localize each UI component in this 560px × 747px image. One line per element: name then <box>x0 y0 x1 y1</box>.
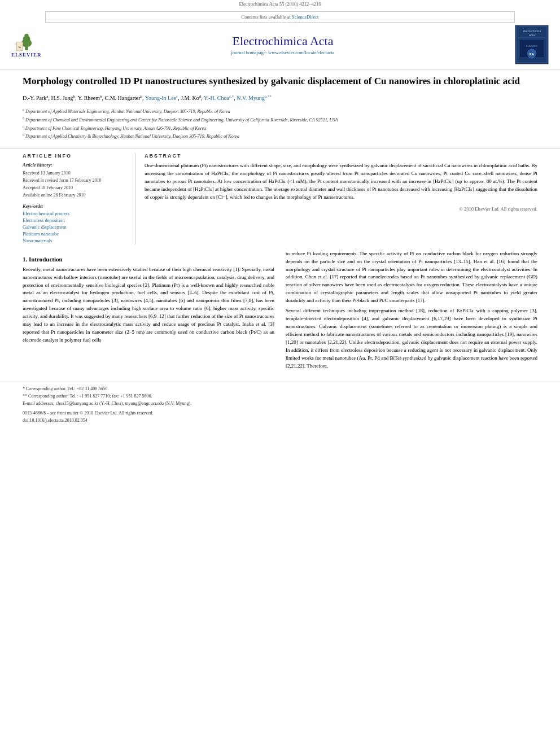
history-label: Article history: <box>23 162 126 168</box>
author-ko: J.M. Kod <box>181 95 201 101</box>
article-section: Morphology controlled 1D Pt nanostructur… <box>0 69 560 148</box>
page-wrapper: Electrochimica Acta 55 (2010) 4212–4216 … <box>0 0 560 427</box>
journal-title-row: Ne ELSEVIER Electrochimica Acta journal … <box>11 25 549 64</box>
doi-section: 0013-4686/$ – see front matter © 2010 El… <box>0 408 560 427</box>
keyword-2: Electroless deposition <box>23 217 126 223</box>
journal-cover-image: Electrochimica Acta ELSEVIER EA <box>515 25 548 64</box>
article-authors: D.-Y. Parka, H.S. Jungb, Y. Rheemb, C.M.… <box>23 94 537 103</box>
svg-text:ELSEVIER: ELSEVIER <box>526 45 537 47</box>
author-lee: Young-In Leec <box>145 95 178 101</box>
accepted-date: Accepted 18 February 2010 <box>23 185 126 191</box>
intro-heading: 1. Introduction <box>23 256 274 263</box>
author-hangarter: C.M. Hangarterb <box>105 95 143 101</box>
article-info-col: ARTICLE INFO Article history: Received 1… <box>23 153 135 244</box>
svg-text:Electrochimica: Electrochimica <box>523 29 541 33</box>
abstract-label: ABSTRACT <box>145 153 537 159</box>
keyword-4: Platinum nanotube <box>23 231 126 237</box>
keyword-5: Nano-materials <box>23 238 126 243</box>
affiliation-d: d Department of Applied Chemistry & Biot… <box>23 132 537 140</box>
svg-text:Ne: Ne <box>18 46 21 49</box>
elsevier-tree-icon: Ne <box>12 32 41 51</box>
intro-para-3: Several different techniques including i… <box>286 307 537 370</box>
author-park: D.-Y. Parka <box>23 95 48 101</box>
footnote-2: ** Corresponding author. Tel.: +1 951 82… <box>23 393 537 399</box>
affiliation-c: c Department of Fine Chemical Engineerin… <box>23 124 537 132</box>
issn-line: 0013-4686/$ – see front matter © 2010 El… <box>23 410 537 416</box>
body-col-right: to reduce Pt loading requirements. The s… <box>286 250 537 373</box>
footnote-emails: E-mail addresses: choa15@hanyang.ac.kr (… <box>23 400 537 407</box>
received-date: Received 13 January 2010 <box>23 170 126 176</box>
copyright-line: © 2010 Elsevier Ltd. All rights reserved… <box>145 206 537 212</box>
sciencedirect-banner: Contents lists available at ScienceDirec… <box>45 11 515 23</box>
footnote-1: * Corresponding author. Tel.: +82 31 400… <box>23 386 537 392</box>
affiliations: a Department of Applied Materials Engine… <box>23 107 537 140</box>
journal-header: Contents lists available at ScienceDirec… <box>0 8 560 69</box>
svg-text:Acta: Acta <box>529 33 535 37</box>
abstract-text: One-dimensional platinum (Pt) nanostruct… <box>145 162 537 202</box>
affiliation-b: b Department of Chemical and Environment… <box>23 116 537 124</box>
elsevier-logo: Ne ELSEVIER <box>11 30 51 59</box>
two-col-section: ARTICLE INFO Article history: Received 1… <box>0 148 560 244</box>
author-jung: H.S. Jungb <box>51 95 75 101</box>
sciencedirect-link[interactable]: ScienceDirect <box>292 14 319 20</box>
journal-name-title: Electrochimica Acta <box>56 34 509 49</box>
author-rheem: Y. Rheemb <box>78 95 102 101</box>
affiliation-a: a Department of Applied Materials Engine… <box>23 107 537 115</box>
main-body: 1. Introduction Recently, metal nanostru… <box>0 244 560 378</box>
body-col-left: 1. Introduction Recently, metal nanostru… <box>23 250 274 373</box>
volume-info: Electrochimica Acta 55 (2010) 4212–4216 <box>0 0 560 8</box>
journal-name-center: Electrochimica Acta journal homepage: ww… <box>56 34 509 55</box>
available-online-date: Available online 26 February 2010 <box>23 192 126 198</box>
article-info-label: ARTICLE INFO <box>23 153 126 159</box>
journal-homepage: journal homepage: www.elsevier.com/locat… <box>56 50 509 55</box>
author-myung: N.V. Myungb,** <box>237 95 272 101</box>
journal-homepage-url[interactable]: www.elsevier.com/locate/electacta <box>268 50 334 55</box>
main-body-cols: 1. Introduction Recently, metal nanostru… <box>23 250 537 373</box>
keywords-label: Keywords: <box>23 203 126 209</box>
elsevier-text: ELSEVIER <box>11 52 42 58</box>
svg-point-3 <box>24 34 28 38</box>
keyword-1: Electrochemical process <box>23 211 126 216</box>
abstract-col: ABSTRACT One-dimensional platinum (Pt) n… <box>135 153 537 244</box>
keyword-3: Galvanic displacement <box>23 224 126 230</box>
footnotes-section: * Corresponding author. Tel.: +82 31 400… <box>0 382 560 407</box>
intro-para-1: Recently, metal nanostructures have been… <box>23 266 274 344</box>
received-revised-date: Received in revised form 17 February 201… <box>23 177 126 184</box>
journal-cover: Electrochimica Acta ELSEVIER EA <box>515 25 549 64</box>
doi-line: doi:10.1016/j.electacta.2010.02.054 <box>23 417 537 423</box>
svg-text:EA: EA <box>530 53 535 56</box>
author-choa: Y.-H. Choac,* <box>204 95 234 101</box>
article-title: Morphology controlled 1D Pt nanostructur… <box>23 75 537 88</box>
intro-para-2: to reduce Pt loading requirements. The s… <box>286 250 537 305</box>
